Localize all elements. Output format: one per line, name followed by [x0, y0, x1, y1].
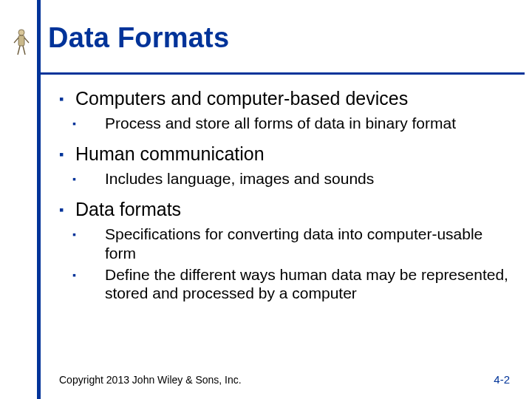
- square-bullet-icon: ▪: [89, 269, 105, 282]
- bullet-level2: ▪Define the different ways human data ma…: [89, 265, 517, 302]
- bullet-level1: ▪Computers and computer-based devices: [59, 87, 517, 109]
- bullet-level2: ▪Process and store all forms of data in …: [89, 114, 517, 132]
- square-bullet-icon: ▪: [59, 92, 75, 108]
- slide-icon: [11, 27, 32, 56]
- bullet-text: Computers and computer-based devices: [75, 88, 408, 109]
- title-underline: [37, 72, 525, 75]
- svg-point-0: [18, 30, 24, 35]
- bullet-text: Process and store all forms of data in b…: [105, 115, 456, 132]
- svg-line-3: [24, 38, 29, 43]
- bullet-text: Data formats: [75, 199, 181, 219]
- slide-body: ▪Computers and computer-based devices ▪P…: [59, 87, 517, 313]
- slide-title: Data Formats: [48, 22, 229, 54]
- square-bullet-icon: ▪: [59, 202, 75, 219]
- square-bullet-icon: ▪: [89, 228, 105, 241]
- bullet-text: Specifications for converting data into …: [105, 225, 482, 261]
- svg-rect-1: [18, 35, 24, 46]
- square-bullet-icon: ▪: [89, 173, 105, 185]
- bullet-text: Includes language, images and sounds: [105, 170, 374, 187]
- square-bullet-icon: ▪: [59, 147, 75, 163]
- footer-page-number: 4-2: [494, 373, 510, 386]
- bullet-text: Human communication: [75, 143, 265, 164]
- bullet-level2: ▪Includes language, images and sounds: [89, 169, 517, 188]
- bullet-text: Define the different ways human data may…: [105, 266, 508, 301]
- footer-copyright: Copyright 2013 John Wiley & Sons, Inc.: [59, 374, 242, 386]
- bullet-level1: ▪Human communication: [59, 143, 517, 165]
- square-bullet-icon: ▪: [89, 117, 105, 130]
- bullet-level1: ▪Data formats: [59, 198, 517, 220]
- svg-line-5: [23, 46, 25, 55]
- svg-line-2: [14, 38, 18, 43]
- svg-line-4: [18, 46, 20, 55]
- bullet-level2: ▪Specifications for converting data into…: [89, 225, 517, 262]
- vertical-divider: [37, 0, 41, 399]
